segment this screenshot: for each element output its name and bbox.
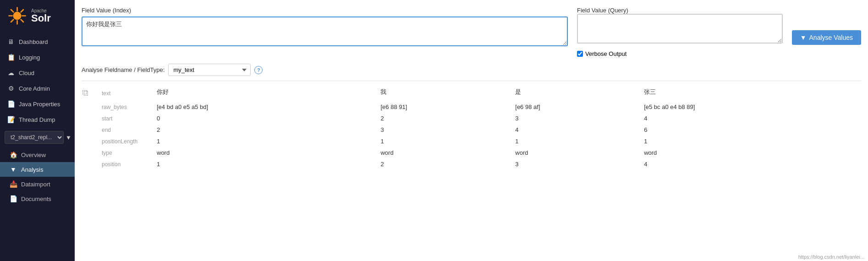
field-value-index-label: Field Value (Index)	[82, 7, 568, 14]
token-cell: word	[151, 147, 375, 158]
row-label: start	[96, 113, 151, 124]
token-cell: 2	[375, 113, 510, 124]
token-cell: 3	[510, 158, 638, 170]
sidebar-item-cloud[interactable]: ☁ Cloud	[0, 65, 75, 81]
step-icon	[82, 158, 96, 170]
token-cell: 2	[151, 124, 375, 136]
token-cell: 2	[375, 158, 510, 170]
token-cell: 1	[375, 136, 510, 147]
analyse-btn-label: Analyse Values	[809, 34, 853, 41]
sub-item-overview[interactable]: 🏠 Overview	[0, 147, 75, 162]
token-cell: 是	[510, 86, 638, 101]
token-cell: 3	[375, 124, 510, 136]
main-nav: 🖥 Dashboard 📋 Logging ☁ Cloud ⚙ Core Adm…	[0, 32, 75, 127]
analysis-table: ⿻text你好我是张三raw_bytes[e4 bd a0 e5 a5 bd][…	[82, 86, 861, 170]
overview-icon: 🏠	[9, 151, 17, 158]
token-cell: [e6 98 af]	[510, 101, 638, 113]
solr-label: Solr	[31, 13, 51, 23]
table-row: raw_bytes[e4 bd a0 e5 a5 bd][e6 88 91][e…	[82, 101, 861, 113]
solr-logo-icon	[7, 5, 27, 26]
sidebar-item-dashboard[interactable]: 🖥 Dashboard	[0, 34, 75, 49]
step-icon	[82, 101, 96, 113]
svg-point-0	[13, 12, 22, 20]
token-cell: 1	[151, 136, 375, 147]
logo-area: Apache Solr	[0, 0, 75, 32]
java-properties-icon: 📄	[7, 100, 15, 108]
field-value-index-input[interactable]: 你好我是张三	[82, 16, 568, 46]
svg-line-7	[21, 10, 23, 12]
core-admin-label: Core Admin	[19, 85, 50, 92]
row-label: type	[96, 147, 151, 158]
token-cell: 1	[510, 136, 638, 147]
sidebar-item-java-properties[interactable]: 📄 Java Properties	[0, 96, 75, 112]
sidebar: Apache Solr 🖥 Dashboard 📋 Logging ☁ Clou…	[0, 0, 75, 261]
dataimport-label: Dataimport	[21, 181, 50, 188]
sub-item-documents[interactable]: 📄 Documents	[0, 191, 75, 206]
analyse-values-button[interactable]: ▼ Analyse Values	[792, 30, 861, 45]
token-cell: [e4 bd a0 e5 a5 bd]	[151, 101, 375, 113]
right-top-row: Field Value (Query) ▼ Analyse Values	[577, 7, 861, 45]
token-cell: 1	[151, 158, 375, 170]
overview-label: Overview	[21, 152, 46, 158]
svg-line-8	[11, 20, 13, 22]
field-value-query-input[interactable]	[577, 14, 783, 44]
row-label: raw_bytes	[96, 101, 151, 113]
token-cell: 4	[638, 113, 861, 124]
token-cell: 我	[375, 86, 510, 101]
sidebar-item-logging[interactable]: 📋 Logging	[0, 49, 75, 65]
documents-label: Documents	[21, 196, 51, 202]
token-cell: 4	[510, 124, 638, 136]
fieldname-select[interactable]: my_text	[168, 64, 251, 76]
core-selector-arrow-icon: ▼	[66, 134, 71, 141]
table-row: ⿻text你好我是张三	[82, 86, 861, 101]
token-cell: 3	[510, 113, 638, 124]
main-content: Field Value (Index) 你好我是张三 Field Value (…	[75, 0, 868, 261]
verbose-row: Verbose Output	[577, 50, 861, 57]
row-label: positionLength	[96, 136, 151, 147]
table-row: start0234	[82, 113, 861, 124]
svg-line-5	[11, 10, 13, 12]
token-cell: 张三	[638, 86, 861, 101]
row-label: position	[96, 158, 151, 170]
field-value-query-section: Field Value (Query)	[577, 7, 783, 45]
field-value-index-section: Field Value (Index) 你好我是张三	[82, 7, 568, 57]
table-row: positionLength1111	[82, 136, 861, 147]
analysis-area: ⿻text你好我是张三raw_bytes[e4 bd a0 e5 a5 bd][…	[82, 81, 861, 254]
token-cell: 1	[638, 136, 861, 147]
logging-icon: 📋	[7, 54, 15, 61]
token-cell: 你好	[151, 86, 375, 101]
cloud-icon: ☁	[7, 69, 15, 76]
logging-label: Logging	[19, 54, 40, 61]
sidebar-item-core-admin[interactable]: ⚙ Core Admin	[0, 81, 75, 96]
token-cell: 0	[151, 113, 375, 124]
fieldname-label: Analyse Fieldname / FieldType:	[82, 66, 165, 73]
top-row: Field Value (Index) 你好我是张三 Field Value (…	[82, 7, 861, 57]
svg-text:⿻: ⿻	[82, 89, 89, 97]
field-value-query-label: Field Value (Query)	[577, 7, 628, 14]
table-row: position1234	[82, 158, 861, 170]
step-icon	[82, 113, 96, 124]
verbose-output-checkbox[interactable]	[577, 51, 583, 57]
token-cell: [e5 bc a0 e4 b8 89]	[638, 101, 861, 113]
token-cell: [e6 88 91]	[375, 101, 510, 113]
token-cell: word	[638, 147, 861, 158]
row-label: end	[96, 124, 151, 136]
svg-line-6	[21, 20, 23, 22]
sub-item-analysis[interactable]: ▼ Analysis	[0, 162, 75, 177]
token-cell: 6	[638, 124, 861, 136]
sub-item-dataimport[interactable]: 📥 Dataimport	[0, 177, 75, 191]
core-admin-icon: ⚙	[7, 85, 15, 92]
core-select[interactable]: t2_shard2_repl...	[5, 131, 64, 144]
token-cell: word	[510, 147, 638, 158]
token-cell: 4	[638, 158, 861, 170]
step-icon	[82, 124, 96, 136]
sidebar-item-thread-dump[interactable]: 📝 Thread Dump	[0, 112, 75, 127]
help-icon[interactable]: ?	[254, 66, 263, 74]
core-sub-nav: 🏠 Overview ▼ Analysis 📥 Dataimport 📄 Doc…	[0, 147, 75, 206]
step-icon	[82, 147, 96, 158]
solr-brand: Apache Solr	[31, 8, 51, 23]
step-icon	[82, 136, 96, 147]
cloud-label: Cloud	[19, 70, 34, 76]
token-cell: word	[375, 147, 510, 158]
core-selector[interactable]: t2_shard2_repl... ▼	[5, 131, 70, 144]
